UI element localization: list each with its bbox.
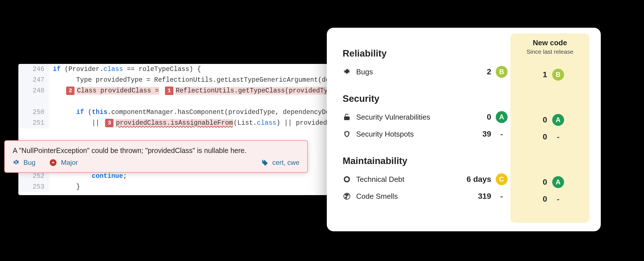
metric-label: Security Hotspots	[356, 130, 414, 139]
code-line: 246 if (Provider.class == roleTypeClass)…	[18, 64, 332, 75]
metric-label: Security Vulnerabilities	[356, 113, 430, 122]
code-text: }	[49, 182, 80, 192]
rating-badge: A	[552, 114, 564, 126]
keyword-continue: continue	[92, 172, 123, 180]
code-text: (List.	[234, 119, 257, 127]
code-line: 251 || 3providedClass.isAssignableFrom(L…	[18, 118, 332, 128]
metric-value: 6 days	[460, 175, 491, 184]
severity-icon	[50, 159, 56, 166]
issue-message: A "NullPointerException" could be thrown…	[13, 146, 299, 155]
metric-value: 0	[536, 178, 547, 187]
code-text: ) || providedClass.	[276, 119, 332, 127]
metric-value: 0	[477, 113, 491, 122]
highlighted-code: Class providedClass =	[76, 87, 159, 95]
line-number: 246	[18, 64, 49, 75]
metric-value: 319	[477, 192, 491, 201]
svg-point-2	[346, 196, 347, 197]
rating-badge: -	[552, 194, 564, 204]
code-text: .componentManager.hasComponent(providedT…	[107, 109, 332, 116]
error-underline[interactable]: providedClass.isAssignableFrom	[115, 119, 233, 127]
circle-icon	[343, 176, 351, 183]
svg-point-0	[344, 177, 349, 182]
code-text: ||	[53, 119, 103, 127]
metric-value: 39	[477, 130, 491, 139]
new-code-title: New code	[510, 38, 589, 47]
new-code-subtitle: Since last release	[510, 48, 589, 55]
line-number	[18, 96, 49, 107]
issue-marker[interactable]: 3	[105, 119, 114, 127]
new-code-row-hotspots: 0 -	[510, 128, 589, 145]
line-number: 248	[18, 85, 49, 96]
metric-value: 1	[536, 70, 547, 79]
tag-icon	[262, 159, 268, 166]
rating-badge: B	[552, 69, 564, 81]
line-number: 251	[18, 118, 49, 128]
metric-value: 0	[536, 132, 547, 141]
code-text: Type providedType = ReflectionUtils.getL…	[49, 75, 332, 85]
unlock-icon	[343, 113, 351, 121]
rating-badge: A	[552, 176, 564, 188]
code-line: 248 2Class providedClass = 1ReflectionUt…	[18, 85, 332, 96]
new-code-row-bugs: 1 B	[510, 66, 589, 83]
bug-icon	[13, 159, 19, 166]
keyword-class: class	[257, 119, 276, 127]
code-line: 253 }	[18, 182, 332, 192]
rating-badge: -	[496, 191, 508, 201]
metric-value: 2	[477, 67, 491, 76]
rating-badge: -	[552, 132, 564, 142]
new-code-row-debt: 0 A	[510, 174, 589, 191]
issue-callout[interactable]: A "NullPointerException" could be thrown…	[4, 140, 308, 173]
issue-type[interactable]: Bug	[23, 159, 36, 167]
shield-icon	[343, 130, 351, 138]
keyword-if: if	[53, 66, 61, 73]
new-code-row-smells: 0 -	[510, 191, 589, 208]
bug-icon	[343, 68, 351, 76]
line-number: 247	[18, 75, 49, 85]
metric-label: Bugs	[356, 68, 373, 76]
issue-marker[interactable]: 1	[165, 87, 173, 95]
issue-severity[interactable]: Major	[61, 159, 78, 167]
code-text: == roleTypeClass) {	[123, 66, 201, 73]
keyword-if: if	[76, 109, 84, 116]
keyword-this: this	[92, 109, 107, 116]
metric-value: 0	[536, 115, 547, 124]
highlighted-code: ReflectionUtils.getTypeClass(providedTyp…	[175, 87, 332, 95]
code-text: ;	[123, 172, 127, 180]
rating-badge: A	[496, 111, 508, 123]
metric-value: 0	[536, 195, 547, 204]
rating-badge: B	[496, 66, 508, 78]
rating-badge: C	[496, 173, 508, 185]
rating-badge: -	[496, 129, 508, 139]
keyword-class: class	[103, 66, 123, 73]
quality-overview-card: New code Since last release Reliability …	[327, 28, 601, 231]
code-line: 247 Type providedType = ReflectionUtils.…	[18, 75, 332, 85]
new-code-row-vulnerabilities: 0 A	[510, 111, 589, 128]
issue-marker[interactable]: 2	[66, 87, 75, 95]
radiation-icon	[343, 193, 351, 200]
code-line: 250 if (this.componentManager.hasCompone…	[18, 107, 332, 118]
line-number: 250	[18, 107, 49, 118]
code-line	[18, 96, 332, 107]
issue-tags[interactable]: cert, cwe	[272, 159, 299, 167]
metric-label: Code Smells	[356, 192, 398, 201]
metric-label: Technical Debt	[356, 175, 404, 184]
line-number: 253	[18, 182, 49, 192]
code-text: (Provider.	[61, 66, 104, 73]
code-viewer: 246 if (Provider.class == roleTypeClass)…	[18, 64, 332, 195]
